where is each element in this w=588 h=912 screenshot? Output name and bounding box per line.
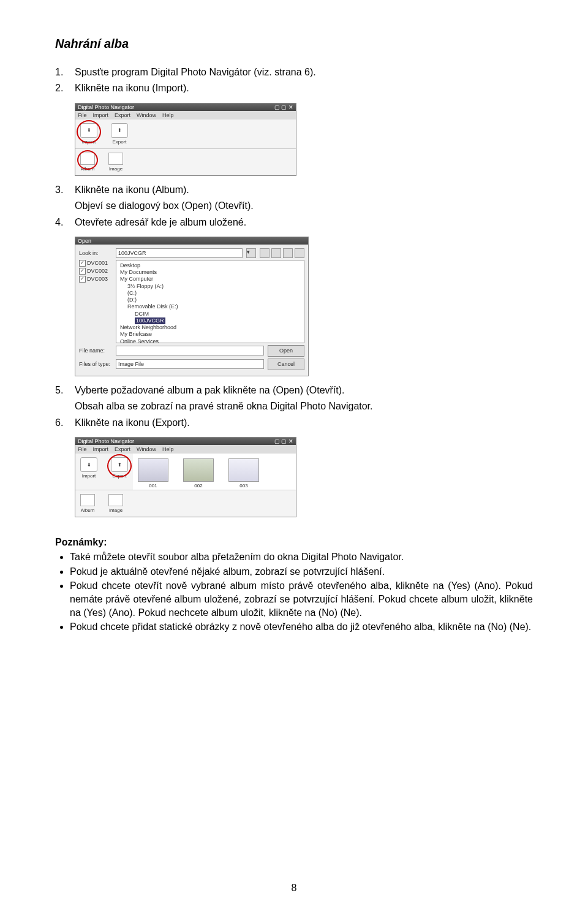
tree-item-selected[interactable]: 100JVCGR: [120, 317, 300, 324]
app-titlebar: Digital Photo Navigator ▢ ▢ ✕: [75, 438, 296, 445]
step-3-note: Objeví se dialogový box (Open) (Otevřít)…: [55, 199, 533, 213]
menu-item[interactable]: Window: [137, 112, 156, 118]
menu-item[interactable]: Help: [162, 112, 174, 118]
list-view-icon[interactable]: [283, 248, 293, 258]
menu-item[interactable]: Export: [115, 446, 130, 452]
album-icon: [80, 494, 95, 506]
thumbnail-image: [183, 458, 214, 482]
cancel-button[interactable]: Cancel: [268, 359, 304, 370]
folder-tree[interactable]: Desktop My Documents My Computer 3½ Flop…: [116, 260, 304, 343]
thumbnail[interactable]: 002: [183, 458, 214, 488]
app-window: Digital Photo Navigator ▢ ▢ ✕ File Impor…: [75, 437, 296, 517]
file-check-item[interactable]: ✓DVC001: [79, 260, 113, 267]
step-number: 2.: [55, 82, 75, 95]
tree-item[interactable]: DCIM: [120, 311, 300, 317]
note-item: Pokud chcete otevřít nově vybrané album …: [70, 579, 533, 619]
tree-item[interactable]: 3½ Floppy (A:): [120, 283, 300, 290]
thumbnail[interactable]: 001: [138, 458, 168, 488]
album-button[interactable]: Album: [80, 153, 95, 172]
screenshot-app-import: Digital Photo Navigator ▢ ▢ ✕ File Impor…: [75, 103, 533, 176]
steps-block-3: 5. Vyberte požadované album a pak klikně…: [55, 384, 533, 430]
open-button[interactable]: Open: [268, 345, 304, 357]
step-5: 5. Vyberte požadované album a pak klikně…: [55, 384, 533, 397]
checkbox-icon[interactable]: ✓: [79, 276, 86, 283]
open-dialog: Open Look in: 100JVCGR ▾ ✓DVC001: [75, 237, 309, 376]
step-4: 4. Otevřete adresář kde je album uložené…: [55, 216, 533, 229]
thumbnail-caption: 001: [149, 483, 157, 488]
tree-item[interactable]: (C:): [120, 290, 300, 297]
menu-item[interactable]: Help: [162, 446, 174, 452]
dialog-title: Open: [75, 237, 308, 245]
tree-item[interactable]: My Documents: [120, 269, 300, 276]
step-number: 3.: [55, 183, 75, 197]
menu-item[interactable]: Window: [137, 446, 156, 452]
window-controls-icon: ▢ ▢ ✕: [274, 104, 293, 110]
step-number: 4.: [55, 216, 75, 229]
album-button[interactable]: Album: [80, 494, 95, 513]
note-item: Pokud je aktuálně otevřené nějaké album,…: [70, 565, 533, 579]
tree-item[interactable]: Removable Disk (E:): [120, 303, 300, 310]
import-button[interactable]: ⬇ Import: [80, 123, 97, 145]
tree-item[interactable]: (D:): [120, 297, 300, 303]
dialog-body: Look in: 100JVCGR ▾ ✓DVC001 ✓DVC002 ✓DVC…: [75, 245, 308, 376]
step-text: Spusťte program Digital Photo Navigátor …: [75, 66, 533, 79]
up-folder-icon[interactable]: [260, 248, 270, 258]
dialog-toolbar-icons: [260, 248, 304, 258]
file-check-item[interactable]: ✓DVC003: [79, 276, 113, 283]
steps-block-2: 3. Klikněte na ikonu (Album). Objeví se …: [55, 183, 533, 229]
app-titlebar: Digital Photo Navigator ▢ ▢ ✕: [75, 104, 296, 111]
import-button[interactable]: ⬇ Import: [80, 457, 97, 479]
export-icon: ⬆: [111, 123, 128, 138]
tree-item[interactable]: My Computer: [120, 276, 300, 283]
details-view-icon[interactable]: [295, 248, 304, 258]
lookin-field[interactable]: 100JVCGR: [116, 248, 243, 258]
page-title: Nahrání alba: [55, 37, 533, 51]
step-text: Vyberte požadované album a pak klikněte …: [75, 384, 533, 397]
new-folder-icon[interactable]: [271, 248, 281, 258]
step-number: 6.: [55, 416, 75, 430]
tree-item[interactable]: Desktop: [120, 262, 300, 269]
menu-item[interactable]: Import: [93, 112, 109, 118]
step-5-note: Obsah alba se zobrazí na pravé straně ok…: [55, 400, 533, 413]
image-button[interactable]: Image: [108, 153, 123, 172]
app-menubar: File Import Export Window Help: [75, 111, 296, 120]
file-name: DVC001: [87, 260, 108, 266]
thumbnail-caption: 003: [239, 483, 247, 488]
page-number: 8: [0, 883, 588, 894]
tree-item[interactable]: Network Neighborhood: [120, 324, 300, 331]
notes-heading: Poznámky:: [55, 537, 533, 548]
menu-item[interactable]: Export: [115, 112, 130, 118]
highlight-circle-icon: [77, 150, 98, 170]
step-text: Klikněte na ikonu (Album).: [75, 183, 533, 197]
thumbnail[interactable]: 003: [228, 458, 259, 488]
export-button[interactable]: ⬆ Export: [111, 123, 128, 145]
app-bottombar: Album Image: [75, 148, 296, 175]
menu-item[interactable]: Import: [93, 446, 109, 452]
file-check-list: ✓DVC001 ✓DVC002 ✓DVC003: [79, 260, 113, 345]
import-icon: ⬇: [80, 457, 97, 472]
step-text: Klikněte na ikonu (Export).: [75, 416, 533, 430]
app-toolbar: ⬇ Import ⬆ Export: [75, 120, 296, 148]
filetype-select[interactable]: Image File: [116, 359, 264, 369]
menu-item[interactable]: File: [78, 446, 87, 452]
image-icon: [108, 494, 123, 506]
note-item: Pokud chcete přidat statické obrázky z n…: [70, 620, 533, 634]
thumbnail-image: [138, 458, 168, 482]
file-check-item[interactable]: ✓DVC002: [79, 268, 113, 275]
checkbox-icon[interactable]: ✓: [79, 268, 86, 275]
lookin-row: Look in: 100JVCGR ▾: [79, 248, 304, 258]
dropdown-icon[interactable]: ▾: [246, 248, 256, 258]
export-button[interactable]: ⬆ Export: [111, 457, 128, 479]
tree-item[interactable]: My Briefcase: [120, 331, 300, 338]
checkbox-icon[interactable]: ✓: [79, 260, 86, 267]
highlight-circle-icon: [77, 120, 101, 143]
tree-item[interactable]: Online Services: [120, 338, 300, 345]
filename-input[interactable]: [116, 346, 264, 355]
app-title: Digital Photo Navigator: [78, 438, 134, 444]
app-bottombar: Album Image: [75, 490, 296, 517]
menu-item[interactable]: File: [78, 112, 87, 118]
app-toolbar: ⬇ Import ⬆ Export: [75, 454, 133, 490]
step-text: Klikněte na ikonu (Import).: [75, 82, 533, 95]
thumbnail-image: [228, 458, 259, 482]
image-button[interactable]: Image: [108, 494, 123, 513]
